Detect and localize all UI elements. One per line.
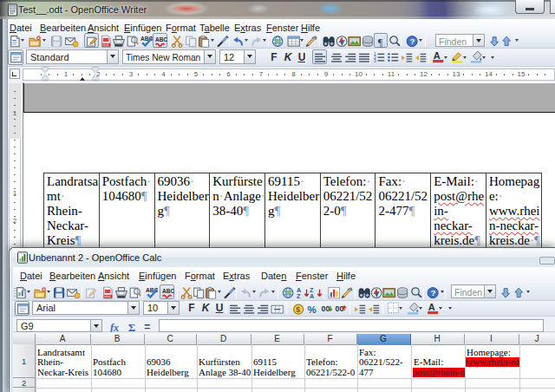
svg-text:=: = (144, 321, 150, 333)
svg-text:Z: Z (297, 293, 301, 299)
svg-text:Σ: Σ (128, 321, 136, 333)
svg-text:00: 00 (336, 304, 344, 313)
svg-text:$: $ (296, 305, 300, 314)
svg-text:?: ? (409, 36, 415, 46)
svg-text:A: A (428, 302, 435, 312)
svg-text:?: ? (430, 288, 435, 297)
svg-text:fx: fx (110, 322, 119, 333)
svg-text:¶: ¶ (378, 36, 383, 48)
svg-text:A: A (434, 50, 441, 61)
svg-text:ABC: ABC (155, 36, 167, 42)
svg-text:3: 3 (374, 59, 376, 63)
svg-text:ABC: ABC (162, 288, 174, 294)
svg-text:A: A (310, 293, 314, 299)
svg-text:%: % (308, 304, 317, 315)
